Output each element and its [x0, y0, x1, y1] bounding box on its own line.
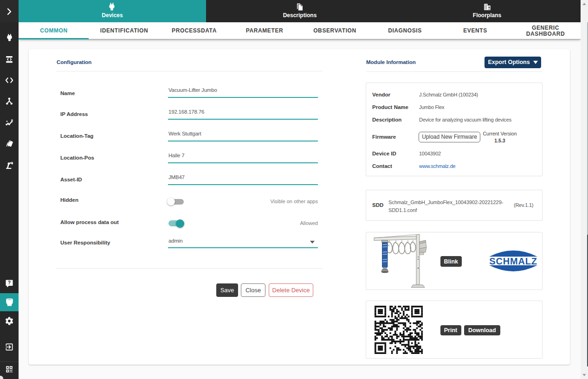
svg-text:?: ?	[8, 280, 11, 285]
svg-text:SCHMALZ: SCHMALZ	[489, 256, 537, 266]
